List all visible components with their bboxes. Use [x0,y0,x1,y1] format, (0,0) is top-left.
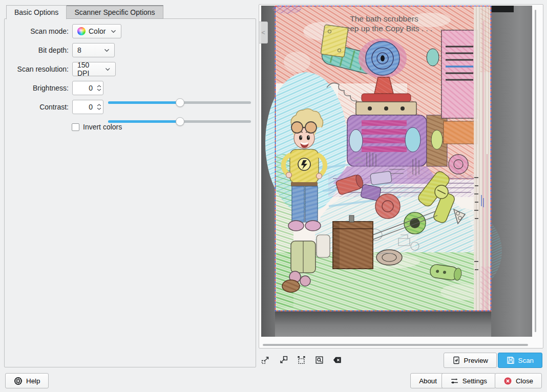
preview-button-label: Preview [464,357,488,364]
scan-mode-dropdown[interactable]: Color [72,24,121,38]
scan-mode-label: Scan mode: [5,27,69,35]
color-wheel-icon [77,27,86,35]
contrast-spinbox[interactable]: 0 [72,100,103,114]
zoom-to-fit-icon[interactable] [315,356,324,364]
brightness-value: 0 [73,84,95,92]
basic-options-panel: Scan mode: Color Bit depth: 8 Scan resol… [4,18,256,367]
brightness-slider-handle[interactable] [176,98,184,107]
preview-vertical-scrollbar[interactable] [535,10,536,332]
scan-preview-frame: The bath scrubbers sweep up the Copy Bit… [259,4,543,349]
spin-arrows-icon[interactable] [95,85,103,91]
contrast-slider-handle[interactable] [176,117,184,126]
close-button[interactable]: Close [495,373,542,388]
scan-preview-area[interactable]: The bath scrubbers sweep up the Copy Bit… [261,6,532,337]
contrast-value: 0 [73,103,95,111]
tab-scanner-specific-options[interactable]: Scanner Specific Options [67,5,163,19]
chevron-down-icon [105,68,111,71]
skanlite-window: { "tabs": [ { "label": "Basic Options", … [0,0,547,392]
brightness-label: Brightness: [5,84,69,92]
help-icon [14,377,23,385]
options-tab-bar: Basic Options Scanner Specific Options [6,5,163,19]
panel-collapse-handle[interactable]: < [259,21,268,43]
zoom-to-selection-icon[interactable] [297,356,306,364]
scan-button-label: Scan [518,357,534,364]
zoom-out-icon[interactable] [261,356,270,364]
bit-depth-label: Bit depth: [5,46,69,54]
chevron-down-icon [111,30,116,33]
document-preview-icon [452,356,460,364]
brightness-slider[interactable] [108,98,251,107]
bit-depth-value: 8 [77,46,81,54]
spin-arrows-icon[interactable] [95,104,103,110]
save-scan-icon [507,356,515,364]
preview-zoom-toolbar [261,356,342,364]
preview-horizontal-scrollbar[interactable] [263,344,528,346]
settings-button-label: Settings [462,377,487,385]
scan-button[interactable]: Scan [498,353,542,368]
page-caption-line2: sweep up the Copy Bits . . . [336,24,433,33]
configure-sliders-icon [450,377,459,385]
invert-colors-checkbox[interactable] [72,123,79,131]
contrast-slider[interactable] [108,117,251,126]
help-button[interactable]: Help [5,373,49,388]
scan-resolution-dropdown[interactable]: 150 DPI [72,62,116,76]
contrast-label: Contrast: [5,103,69,111]
scan-resolution-value: 150 DPI [77,61,102,77]
help-button-label: Help [26,377,40,385]
clear-selections-icon[interactable] [333,356,342,364]
preview-button[interactable]: Preview [444,353,497,368]
tab-basic-options[interactable]: Basic Options [6,5,67,19]
about-button[interactable]: About [410,373,446,388]
scan-resolution-label: Scan resolution: [5,65,69,73]
close-button-label: Close [516,377,533,385]
bit-depth-dropdown[interactable]: 8 [72,43,115,57]
invert-colors-label: Invert colors [83,123,122,131]
close-icon [503,377,512,385]
settings-button[interactable]: Settings [441,373,496,388]
chevron-down-icon [104,49,110,52]
scanned-page-preview: The bath scrubbers sweep up the Copy Bit… [261,6,532,337]
zoom-in-icon[interactable] [279,356,288,364]
page-caption-line1: The bath scrubbers [350,14,418,23]
scan-mode-value: Color [89,27,106,35]
about-button-label: About [419,377,437,385]
brightness-spinbox[interactable]: 0 [72,81,103,95]
